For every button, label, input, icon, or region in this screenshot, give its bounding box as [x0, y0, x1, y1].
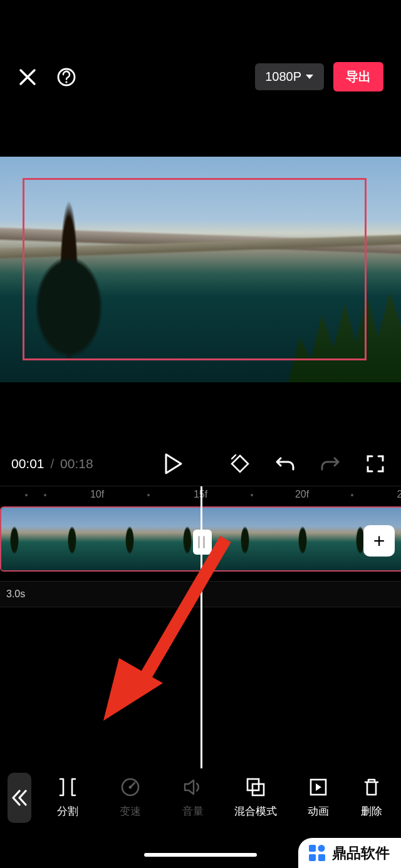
clip-thumbnail — [59, 508, 117, 570]
speed-icon — [120, 776, 141, 798]
watermark: 鼎品软件 — [298, 838, 401, 868]
close-icon[interactable] — [18, 67, 38, 87]
animation-icon — [308, 776, 329, 798]
resolution-label: 1080P — [265, 70, 301, 84]
clip-thumbnail — [117, 508, 174, 570]
play-button[interactable] — [159, 453, 188, 474]
redo-button[interactable] — [316, 454, 345, 473]
undo-button[interactable] — [271, 454, 299, 473]
resolution-button[interactable]: 1080P — [255, 63, 324, 90]
svg-rect-11 — [309, 854, 316, 861]
playhead[interactable] — [200, 486, 202, 768]
blend-icon — [245, 776, 266, 798]
add-clip-button[interactable]: + — [363, 525, 395, 557]
tool-speed[interactable]: 变速 — [99, 776, 162, 818]
home-indicator — [144, 853, 257, 857]
tool-delete[interactable]: 删除 — [350, 776, 393, 818]
export-button[interactable]: 导出 — [333, 62, 383, 92]
svg-point-10 — [318, 845, 325, 852]
clip-handle[interactable] — [193, 530, 212, 555]
collapse-toolbar-button[interactable] — [8, 773, 31, 823]
split-icon — [57, 776, 78, 798]
watermark-text: 鼎品软件 — [332, 844, 390, 863]
tool-blend-mode[interactable]: 混合模式 — [224, 776, 287, 818]
svg-point-1 — [65, 81, 67, 83]
current-time: 00:01 — [11, 456, 44, 471]
delete-icon — [361, 776, 382, 798]
video-preview[interactable] — [0, 157, 401, 382]
fullscreen-button[interactable] — [361, 454, 390, 473]
clip-thumbnail — [232, 508, 289, 570]
tool-split[interactable]: 分割 — [36, 776, 99, 818]
keyframe-button[interactable] — [226, 453, 254, 474]
svg-rect-12 — [318, 854, 325, 861]
clip-thumbnail — [1, 508, 59, 570]
total-duration: 00:18 — [60, 456, 93, 471]
watermark-logo-icon — [307, 843, 327, 863]
svg-rect-9 — [309, 845, 316, 852]
time-display: 00:01 / 00:18 — [11, 456, 93, 471]
track-duration-label: 3.0s — [6, 588, 25, 600]
timeline[interactable]: 10f 15f 20f 2 + 3.0s — [0, 486, 401, 768]
bottom-toolbar: 分割 变速 音量 混合模式 动画 删除 — [0, 765, 401, 830]
crop-frame[interactable] — [23, 178, 367, 360]
volume-icon — [182, 776, 204, 798]
playback-bar: 00:01 / 00:18 — [0, 442, 401, 486]
clip-thumbnail — [289, 508, 347, 570]
tool-volume[interactable]: 音量 — [162, 776, 224, 818]
svg-point-5 — [129, 786, 132, 789]
chevron-down-icon — [305, 74, 314, 80]
tool-animation[interactable]: 动画 — [287, 776, 350, 818]
help-icon[interactable] — [56, 67, 76, 87]
top-bar: 1080P 导出 — [0, 0, 401, 94]
